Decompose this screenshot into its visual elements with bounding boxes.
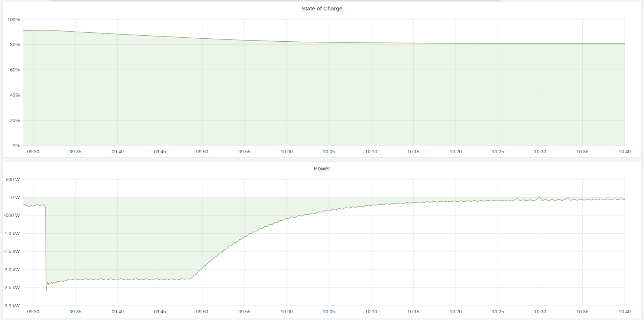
x-tick-label: 10:15 xyxy=(407,149,420,154)
y-tick-label: -500 W xyxy=(4,212,20,218)
x-tick-label: 10:30 xyxy=(534,309,546,314)
x-tick-label: 10:15 xyxy=(407,309,420,314)
x-tick-label: 10:20 xyxy=(450,149,462,154)
y-tick-label: 500 W xyxy=(6,177,20,182)
panel-state-of-charge: State of Charge 09:3009:3509:4009:4509:5… xyxy=(2,1,642,158)
x-tick-label: 09:30 xyxy=(27,149,39,154)
x-tick-label: 10:05 xyxy=(323,309,335,314)
x-tick-label: 09:50 xyxy=(196,149,208,154)
x-tick-label: 10:25 xyxy=(492,309,504,314)
x-tick-label: 10:25 xyxy=(492,149,504,154)
top-edge-artifact-line xyxy=(49,0,501,0)
x-tick-label: 10:30 xyxy=(534,149,546,154)
y-tick-label: 0 W xyxy=(11,195,20,200)
x-tick-label: 10:20 xyxy=(450,309,462,314)
y-tick-label: -1.5 kW xyxy=(3,249,20,254)
x-tick-label: 09:45 xyxy=(154,309,166,314)
y-tick-label: 100% xyxy=(7,17,20,22)
y-tick-label: 80% xyxy=(10,42,20,47)
x-tick-label: 09:45 xyxy=(154,149,166,154)
y-tick-label: -1.0 kW xyxy=(3,231,20,236)
panel-title-state-of-charge[interactable]: State of Charge xyxy=(3,5,641,12)
x-tick-label: 09:35 xyxy=(69,309,82,314)
power-chart[interactable]: 09:3009:3509:4009:4509:5009:5510:0010:05… xyxy=(3,162,641,319)
y-tick-label: 60% xyxy=(10,67,20,73)
y-tick-label: 20% xyxy=(10,118,20,123)
x-tick-label: 10:35 xyxy=(576,309,589,314)
x-tick-label: 09:55 xyxy=(239,309,251,314)
x-tick-label: 09:55 xyxy=(239,149,251,154)
y-tick-label: -2.0 kW xyxy=(3,267,20,272)
y-tick-label: -3.0 kW xyxy=(3,303,20,308)
y-tick-label: -2.5 kW xyxy=(3,285,20,290)
y-tick-label: 0% xyxy=(13,143,20,148)
x-tick-label: 10:00 xyxy=(281,309,293,314)
x-tick-label: 10:35 xyxy=(576,149,589,154)
power-area-fill xyxy=(23,197,625,292)
x-tick-label: 10:40 xyxy=(619,149,631,154)
panel-title-power[interactable]: Power xyxy=(3,165,641,172)
x-tick-label: 10:00 xyxy=(281,149,293,154)
panel-power: Power 09:3009:3509:4009:4509:5009:5510:0… xyxy=(2,161,642,319)
x-tick-label: 09:50 xyxy=(196,309,208,314)
x-tick-label: 10:10 xyxy=(365,309,378,314)
state-of-charge-area-fill xyxy=(23,30,625,145)
y-tick-label: 40% xyxy=(10,92,20,98)
x-tick-label: 09:40 xyxy=(111,149,124,154)
x-tick-label: 09:30 xyxy=(27,309,39,314)
x-tick-label: 09:35 xyxy=(69,149,82,154)
x-tick-label: 10:05 xyxy=(323,149,335,154)
state-of-charge-chart[interactable]: 09:3009:3509:4009:4509:5009:5510:0010:05… xyxy=(3,2,641,157)
x-tick-label: 10:10 xyxy=(365,149,378,154)
x-tick-label: 09:40 xyxy=(111,309,124,314)
x-tick-label: 10:40 xyxy=(619,309,631,314)
